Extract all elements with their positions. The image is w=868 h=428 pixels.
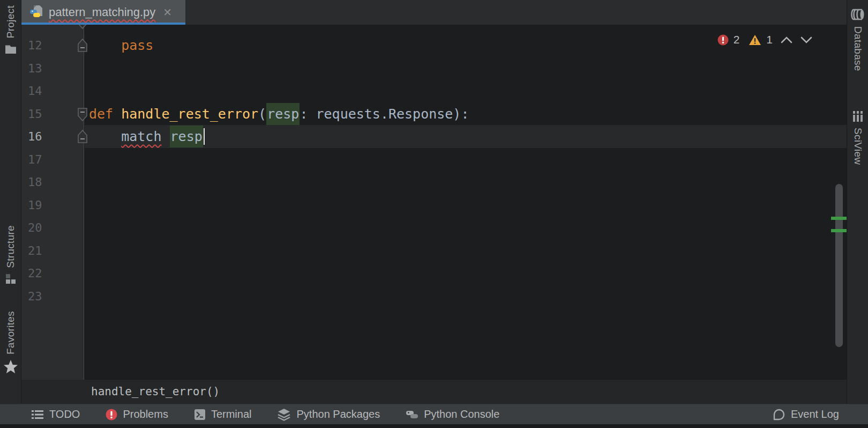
editor-line-23[interactable]: 23 [21,285,847,308]
database-icon [851,8,865,21]
line-number[interactable]: 14 [28,79,60,102]
line-number[interactable]: 17 [28,148,60,171]
editor-line-19[interactable]: 19 [21,194,847,217]
keyword-pass: pass [121,38,153,53]
change-marker-green[interactable] [831,229,847,232]
fold-marker-collapse-icon[interactable] [76,129,89,145]
editor-line-21[interactable]: 21 [21,239,847,262]
tool-button-project-label: Project [5,5,17,38]
code-text[interactable]: def handle_rest_error(resp: requests.Res… [89,102,836,126]
line-number[interactable]: 22 [28,262,60,285]
editor-line-18[interactable]: 18 [21,171,847,194]
error-count: 2 [734,33,740,46]
tool-button-structure[interactable]: Structure [0,225,21,285]
chevron-down-icon[interactable] [800,36,812,43]
editor-line-22[interactable]: 22 [21,262,847,285]
statusbar-python-console-button[interactable]: Python Console [406,408,499,421]
editor-line-13[interactable]: 13 [21,57,847,80]
tab-title: pattern_matching.py [49,5,155,19]
space [161,129,169,144]
statusbar-python-packages-button[interactable]: Python Packages [277,408,380,421]
statusbar-python-console-label: Python Console [424,408,499,420]
event-log-balloon-icon [773,408,785,421]
tool-button-favorites[interactable]: Favorites [0,311,21,374]
warning-count: 1 [766,33,773,46]
tool-button-sciview-label: SciView [852,128,864,165]
window-bottom-edge [0,424,868,428]
statusbar-event-log-button[interactable]: Event Log [773,408,839,421]
function-name: handle_rest_error [121,106,258,122]
code-editor[interactable]: 12 pass 13 14 15 def handle_rest_error(r… [21,25,847,380]
terminal-icon [194,409,206,420]
inspections-widget[interactable]: 2 1 [717,33,812,46]
folder-icon [4,43,17,55]
line-number[interactable]: 13 [28,57,60,80]
editor-line-20[interactable]: 20 [21,216,847,239]
change-marker-green[interactable] [831,217,847,220]
vertical-scrollbar-thumb[interactable] [835,184,843,347]
keyword-def: def [89,106,121,122]
fold-marker-expand-icon[interactable] [76,106,89,122]
structure-icon [5,273,17,285]
line-number[interactable]: 15 [28,102,60,126]
editor-line-16-current[interactable]: 16 match resp [21,125,847,148]
statusbar-todo-label: TODO [49,408,80,420]
editor-line-15[interactable]: 15 def handle_rest_error(resp: requests.… [21,102,847,126]
editor-line-14[interactable]: 14 [21,79,847,102]
statusbar-event-log-label: Event Log [791,408,839,420]
tool-button-database-label: Database [852,26,864,71]
error-circle-icon [106,409,117,420]
punctuation: ( [258,106,266,122]
warning-triangle-icon [749,34,761,46]
python-icon [406,408,418,421]
tool-button-database[interactable]: Database [847,8,868,71]
breadcrumb-bar: handle_rest_error() [21,380,847,404]
statusbar-todo-button[interactable]: TODO [31,408,80,420]
close-icon[interactable]: ✕ [163,6,172,19]
breadcrumb-item[interactable]: handle_rest_error() [91,380,220,404]
statusbar-terminal-button[interactable]: Terminal [194,408,252,420]
statusbar-problems-button[interactable]: Problems [106,408,168,420]
error-circle-icon [717,34,729,46]
line-number[interactable]: 12 [28,34,60,57]
error-underlined-match: match [121,129,161,144]
highlighted-identifier-resp: resp [170,126,203,147]
fold-marker-collapse-icon[interactable] [76,38,89,54]
packages-stack-icon [277,408,291,421]
tool-button-project[interactable]: Project [0,5,21,55]
tool-button-sciview[interactable]: SciView [847,110,868,165]
code-text[interactable]: match resp [89,125,836,148]
tool-button-structure-label: Structure [5,225,17,268]
status-bar: TODO Problems Terminal Python Packages P… [0,404,868,424]
text-caret [204,128,205,145]
line-number[interactable]: 21 [28,239,60,262]
right-tool-window-bar: Database SciView [847,0,868,404]
line-number[interactable]: 18 [28,171,60,194]
tab-pattern-matching-py[interactable]: pattern_matching.py ✕ [21,0,185,25]
line-number[interactable]: 23 [28,285,60,308]
highlighted-identifier-resp: resp [266,103,300,125]
line-number[interactable]: 20 [28,216,60,239]
ide-window: Project Structure Favorites Database [0,0,868,428]
chevron-up-icon[interactable] [781,36,792,43]
line-number[interactable]: 19 [28,194,60,217]
statusbar-python-packages-label: Python Packages [296,408,380,420]
python-file-icon [29,5,43,20]
left-tool-window-bar: Project Structure Favorites [0,0,21,404]
tool-button-favorites-label: Favorites [5,311,17,355]
todo-list-icon [31,409,44,420]
editor-tab-bar: pattern_matching.py ✕ [21,0,847,25]
fold-marker-partial[interactable] [76,25,89,29]
star-icon [3,359,19,374]
type-annotation: : requests.Response): [300,106,469,122]
indent [89,38,121,53]
line-number-current[interactable]: 16 [28,125,60,148]
statusbar-terminal-label: Terminal [211,408,252,420]
editor-line-17[interactable]: 17 [21,148,847,171]
grid-icon [851,110,864,123]
statusbar-problems-label: Problems [123,408,168,420]
indent [89,129,121,144]
